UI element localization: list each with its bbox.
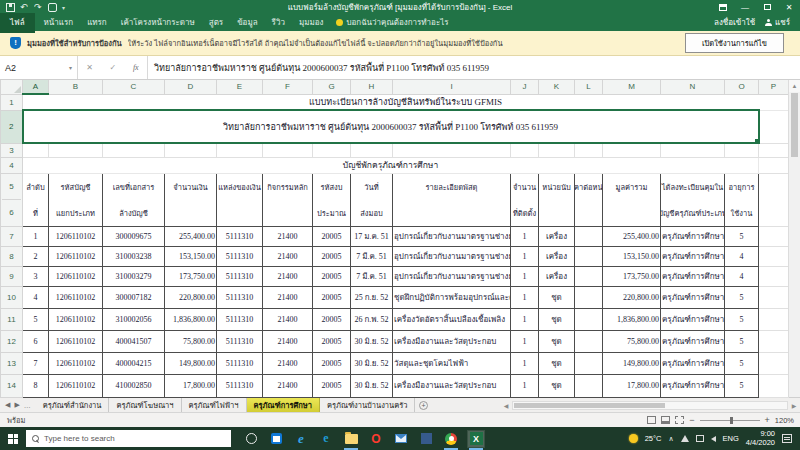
name-box[interactable]: A2 ▾ bbox=[0, 56, 78, 79]
cell-empty[interactable] bbox=[313, 143, 351, 157]
cell-r13-c14[interactable]: 5 bbox=[725, 352, 759, 374]
cell-empty[interactable] bbox=[263, 143, 313, 157]
page-layout-view-icon[interactable] bbox=[661, 416, 670, 424]
cell-r14-c5[interactable]: 21400 bbox=[263, 374, 313, 397]
cell-r7-c0[interactable]: 1 bbox=[23, 226, 49, 246]
cell-r9-c2[interactable]: 310003279 bbox=[103, 266, 165, 286]
sheet-nav-right-icon[interactable]: ▶ bbox=[14, 401, 19, 409]
display-icon[interactable] bbox=[696, 435, 704, 442]
cell-r11-c0[interactable]: 5 bbox=[23, 308, 49, 330]
cell-r9-c6[interactable]: 20005 bbox=[313, 266, 351, 286]
cell-r11-c6[interactable]: 20005 bbox=[313, 308, 351, 330]
zoom-in-icon[interactable]: + bbox=[765, 415, 770, 425]
cell-empty[interactable] bbox=[725, 143, 759, 157]
column-header-A[interactable]: A bbox=[23, 80, 49, 94]
ribbon-tab-4[interactable]: สูตร bbox=[202, 13, 230, 33]
tell-me-box[interactable]: บอกฉันว่าคุณต้องการทำอะไร bbox=[336, 16, 448, 29]
horizontal-scroll-thumb[interactable] bbox=[514, 403, 665, 408]
cell-empty[interactable] bbox=[103, 143, 165, 157]
column-header-D[interactable]: D bbox=[165, 80, 217, 94]
table-header-col-12[interactable]: มูลค่ารวม bbox=[603, 173, 661, 226]
qat-dropdown-icon[interactable]: ▾ bbox=[62, 4, 65, 11]
row-header-13[interactable]: 13 bbox=[1, 352, 23, 374]
cell-r14-c14[interactable]: 5 bbox=[725, 374, 759, 397]
cell-r12-c0[interactable]: 6 bbox=[23, 330, 49, 352]
ribbon-tab-2[interactable]: แทรก bbox=[80, 13, 114, 33]
cell-r9-c8[interactable]: อุปกรณ์เกี่ยวกับงานมาตรฐานช่างยนต์ไทย bbox=[393, 266, 511, 286]
cell-r7-c6[interactable]: 20005 bbox=[313, 226, 351, 246]
row-header-7[interactable]: 7 bbox=[1, 226, 23, 246]
row-header-14[interactable]: 14 bbox=[1, 374, 23, 397]
cell-r13-c12[interactable]: 149,800.00 bbox=[603, 352, 661, 374]
cell-r10-c1[interactable]: 1206110102 bbox=[49, 286, 103, 308]
cell-r13-c10[interactable]: ชุด bbox=[539, 352, 575, 374]
zoom-slider[interactable] bbox=[700, 420, 760, 421]
cell-r9-c12[interactable]: 173,750.00 bbox=[603, 266, 661, 286]
cell-r9-c14[interactable]: 4 bbox=[725, 266, 759, 286]
cell-r12-c2[interactable]: 400041507 bbox=[103, 330, 165, 352]
taskbar-app-excel[interactable]: X bbox=[468, 431, 484, 447]
table-header-col-3[interactable]: จำนวนเงิน bbox=[165, 173, 217, 226]
column-header-G[interactable]: G bbox=[313, 80, 351, 94]
page-break-view-icon[interactable] bbox=[675, 416, 684, 424]
scroll-up-icon[interactable]: ▲ bbox=[789, 80, 800, 92]
close-button[interactable]: ✕ bbox=[778, 0, 800, 14]
cell-empty[interactable] bbox=[759, 110, 789, 143]
cell-r14-c6[interactable]: 20005 bbox=[313, 374, 351, 397]
row-header-5-6[interactable]: 56 bbox=[1, 173, 23, 226]
cell-r12-c10[interactable]: ชุด bbox=[539, 330, 575, 352]
weather-sun-icon[interactable] bbox=[629, 434, 638, 443]
ribbon-display-options-button[interactable] bbox=[712, 0, 734, 14]
cell-r13-c9[interactable]: 1 bbox=[511, 352, 539, 374]
cell-empty[interactable] bbox=[575, 143, 603, 157]
cell-empty[interactable] bbox=[49, 143, 103, 157]
cell-r12-c9[interactable]: 1 bbox=[511, 330, 539, 352]
cell-r10-c4[interactable]: 5111310 bbox=[217, 286, 263, 308]
cell-r11-c7[interactable]: 26 ก.พ. 52 bbox=[351, 308, 393, 330]
table-header-col-4[interactable]: แหล่งของเงิน bbox=[217, 173, 263, 226]
cell-report-title[interactable]: แบบทะเบียนการล้างบัญชีสินทรัพย์ในระบบ GF… bbox=[23, 94, 789, 110]
column-header-J[interactable]: J bbox=[511, 80, 539, 94]
restore-button[interactable] bbox=[756, 0, 778, 14]
cell-r13-c8[interactable]: วัสดุและชุดโคมไฟฟ้า bbox=[393, 352, 511, 374]
cell-r12-c14[interactable]: 5 bbox=[725, 330, 759, 352]
cell-empty[interactable] bbox=[759, 157, 789, 173]
redo-icon[interactable] bbox=[34, 3, 43, 12]
taskbar-app-chrome[interactable] bbox=[443, 431, 459, 447]
cell-r14-c13[interactable]: ครุภัณฑ์การศึกษา bbox=[661, 374, 725, 397]
cell-r11-c2[interactable]: 310002056 bbox=[103, 308, 165, 330]
cell-r11-c11[interactable] bbox=[575, 308, 603, 330]
cell-r11-c12[interactable]: 1,836,800.00 bbox=[603, 308, 661, 330]
cell-r9-c5[interactable]: 21400 bbox=[263, 266, 313, 286]
tray-expand-icon[interactable]: ∧ bbox=[668, 435, 673, 443]
cell-r11-c4[interactable]: 5111310 bbox=[217, 308, 263, 330]
share-button[interactable]: แชร์ bbox=[765, 16, 790, 29]
cancel-icon[interactable]: ✕ bbox=[86, 63, 93, 72]
cell-empty[interactable] bbox=[759, 308, 789, 330]
table-header-col-13[interactable]: ได้ลงทะเบียนคุมในบัญชีครุภัณฑ์ประเภท bbox=[661, 173, 725, 226]
cell-r12-c5[interactable]: 21400 bbox=[263, 330, 313, 352]
cell-r7-c9[interactable]: 1 bbox=[511, 226, 539, 246]
cell-r10-c13[interactable]: ครุภัณฑ์การศึกษา bbox=[661, 286, 725, 308]
row-header-12[interactable]: 12 bbox=[1, 330, 23, 352]
scroll-right-icon[interactable]: ▶ bbox=[788, 402, 800, 409]
cell-r7-c2[interactable]: 300009675 bbox=[103, 226, 165, 246]
table-header-col-8[interactable]: รายละเอียดพัสดุ bbox=[393, 173, 511, 226]
language-indicator[interactable]: ENG bbox=[723, 434, 739, 443]
table-header-col-6[interactable]: รหัสงบประมาณ bbox=[313, 173, 351, 226]
cell-r10-c2[interactable]: 300007182 bbox=[103, 286, 165, 308]
column-header-E[interactable]: E bbox=[217, 80, 263, 94]
cell-r8-c3[interactable]: 153,150.00 bbox=[165, 246, 217, 266]
zoom-out-icon[interactable]: − bbox=[689, 415, 694, 425]
row-header-3[interactable]: 3 bbox=[1, 143, 23, 157]
table-header-col-2[interactable]: เลขที่เอกสารล้างบัญชี bbox=[103, 173, 165, 226]
cell-r11-c3[interactable]: 1,836,800.00 bbox=[165, 308, 217, 330]
cell-r11-c8[interactable]: เครื่องวัดอัตราสิ้นเปลืองเชื้อเพลิง bbox=[393, 308, 511, 330]
cell-r11-c1[interactable]: 1206110102 bbox=[49, 308, 103, 330]
column-header-B[interactable]: B bbox=[49, 80, 103, 94]
cell-r14-c4[interactable]: 5111310 bbox=[217, 374, 263, 397]
column-header-H[interactable]: H bbox=[351, 80, 393, 94]
cell-empty[interactable] bbox=[511, 143, 539, 157]
table-header-col-0[interactable]: ลำดับที่ bbox=[23, 173, 49, 226]
enter-icon[interactable]: ✓ bbox=[110, 63, 117, 72]
